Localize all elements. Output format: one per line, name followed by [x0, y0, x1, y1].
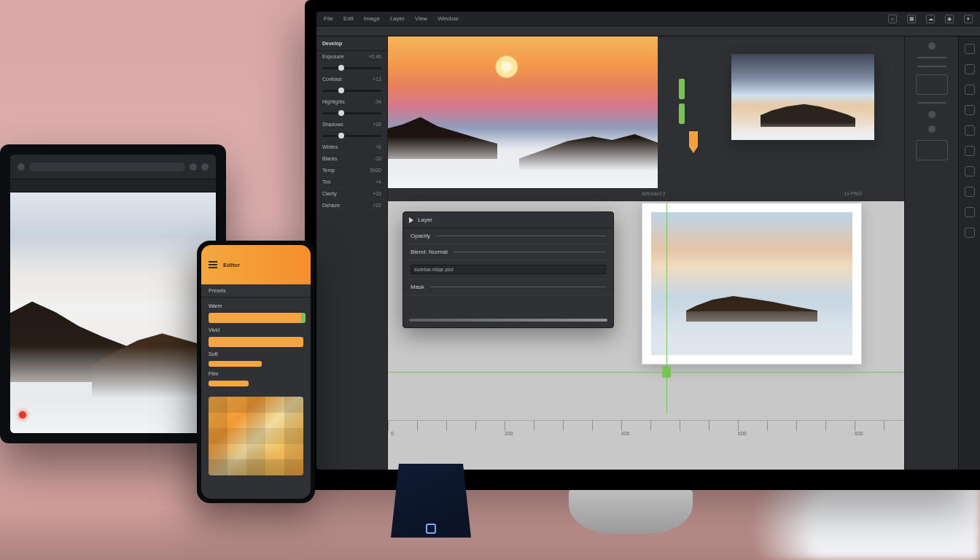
fog-overlay: [388, 137, 658, 188]
panel-scrub[interactable]: [409, 319, 607, 322]
guide-line[interactable]: [666, 203, 667, 414]
swatch-icon[interactable]: [928, 125, 936, 133]
preset-bar[interactable]: [209, 381, 249, 386]
swatch-icon[interactable]: [928, 42, 936, 50]
bottom-ruler[interactable]: 0 200 400 600 800: [388, 420, 904, 470]
adjust-row[interactable]: Dehaze+22: [316, 200, 387, 211]
preset-row[interactable]: Film: [209, 371, 303, 376]
user-icon[interactable]: ◉: [945, 15, 954, 23]
chevron-down-icon[interactable]: ▾: [964, 15, 973, 23]
ruler-mark: 600: [738, 431, 747, 436]
monitor-screen: File Edit Image Layer View Window ⌕ ▦ ☁ …: [316, 12, 980, 470]
slider[interactable]: [322, 135, 381, 137]
adjust-row[interactable]: Whites+6: [316, 141, 387, 153]
tablet-device: [0, 144, 226, 443]
slider[interactable]: [322, 112, 381, 114]
crop-icon[interactable]: [965, 64, 975, 74]
phone-preview[interactable]: [209, 397, 303, 475]
adjust-row[interactable]: Exposure+0.40: [316, 51, 387, 63]
phone-header: Editor: [201, 245, 311, 284]
menu-item[interactable]: Window: [438, 15, 458, 22]
canvas[interactable]: Layer Opacity Blend: Normal Mask Artboar…: [388, 36, 904, 470]
panel-row[interactable]: Mask: [403, 279, 613, 295]
ruler-mark: 0: [391, 431, 394, 436]
stand-logo-icon: [426, 524, 436, 534]
guide-marker[interactable]: [679, 104, 685, 124]
panel-row[interactable]: Opacity: [403, 228, 613, 244]
rail-item[interactable]: [917, 57, 946, 58]
panel-title: Layer: [418, 217, 432, 223]
artboard-image: [651, 212, 852, 355]
menu-item[interactable]: Image: [364, 15, 380, 22]
rail-item[interactable]: [916, 74, 948, 95]
menu-item[interactable]: View: [415, 15, 427, 22]
hand-icon[interactable]: [965, 166, 975, 176]
ruler-ticks: [388, 421, 904, 431]
preset-bar[interactable]: [209, 313, 303, 323]
menu-item[interactable]: Edit: [343, 15, 354, 22]
grid-icon[interactable]: ▦: [907, 15, 916, 23]
back-icon[interactable]: [18, 163, 25, 171]
anchor-marker[interactable]: [689, 131, 698, 153]
slider[interactable]: [322, 90, 381, 92]
app-menubar: File Edit Image Layer View Window ⌕ ▦ ☁ …: [316, 12, 980, 26]
adjust-row[interactable]: Contrast+12: [316, 74, 387, 85]
adjust-row[interactable]: Temp5600: [316, 165, 387, 176]
brush-icon[interactable]: [965, 85, 975, 95]
phone-body: Warm Vivid Soft Film: [201, 298, 311, 481]
cloud-icon[interactable]: ☁: [926, 15, 935, 23]
preset-row[interactable]: Soft: [209, 351, 303, 357]
tablet-toolbar: [10, 155, 216, 179]
tablet-canvas[interactable]: [10, 192, 216, 433]
swatch-icon[interactable]: [928, 111, 936, 118]
pointer-icon[interactable]: [965, 44, 975, 54]
guide-handle[interactable]: [662, 366, 671, 378]
fog-overlay: [731, 122, 874, 140]
menu-item[interactable]: File: [324, 15, 333, 22]
panel-row[interactable]: Blend: Normal: [403, 244, 613, 260]
guide-marker[interactable]: [679, 79, 685, 99]
adjust-row[interactable]: Blacks-10: [316, 153, 387, 165]
share-icon[interactable]: [190, 163, 197, 171]
hero-image[interactable]: [388, 36, 658, 188]
text-icon[interactable]: [965, 125, 975, 136]
phone-device: Editor Presets Warm Vivid Soft Film: [197, 241, 315, 503]
adjust-row[interactable]: Tint+4: [316, 176, 387, 188]
preset-bar[interactable]: [209, 361, 262, 367]
rail-item[interactable]: [916, 140, 948, 160]
phone-screen: Editor Presets Warm Vivid Soft Film: [201, 245, 311, 499]
panel-header[interactable]: Layer: [403, 212, 613, 228]
panel-row[interactable]: [403, 260, 613, 279]
preset-bar[interactable]: [209, 337, 303, 347]
eyedropper-icon[interactable]: [965, 207, 975, 217]
slider[interactable]: [322, 67, 381, 69]
left-panel: Develop Exposure+0.40 Contrast+12 Highli…: [316, 36, 388, 470]
artboard-frame[interactable]: [642, 203, 862, 365]
more-icon[interactable]: [201, 163, 209, 171]
device-stand: [391, 464, 471, 544]
search-icon[interactable]: ⌕: [888, 15, 897, 23]
adjust-row[interactable]: Shadows+28: [316, 119, 387, 131]
adjust-row[interactable]: Clarity+18: [316, 188, 387, 200]
artboard-name[interactable]: Artboard 2: [642, 191, 666, 201]
floating-panel[interactable]: Layer Opacity Blend: Normal Mask: [402, 211, 614, 328]
tool-strip: [958, 36, 980, 470]
shape-icon[interactable]: [965, 146, 975, 156]
adjust-row[interactable]: Highlights-34: [316, 96, 387, 108]
filename-input[interactable]: [411, 265, 606, 274]
guide-line[interactable]: [388, 372, 904, 373]
record-icon[interactable]: [19, 411, 26, 419]
rail-item[interactable]: [917, 66, 946, 67]
preset-row[interactable]: Vivid: [209, 327, 303, 332]
play-icon[interactable]: [409, 217, 413, 223]
rail-item[interactable]: [917, 102, 946, 104]
address-bar[interactable]: [29, 163, 185, 171]
thumbnail-image[interactable]: [731, 54, 874, 140]
preset-row[interactable]: Warm: [209, 303, 303, 308]
gear-icon[interactable]: [965, 228, 975, 238]
menu-item[interactable]: Layer: [390, 15, 405, 22]
zoom-icon[interactable]: [965, 187, 975, 197]
menu-icon[interactable]: [209, 261, 217, 268]
export-spec[interactable]: 1x PNG: [844, 191, 862, 201]
eraser-icon[interactable]: [965, 105, 975, 115]
